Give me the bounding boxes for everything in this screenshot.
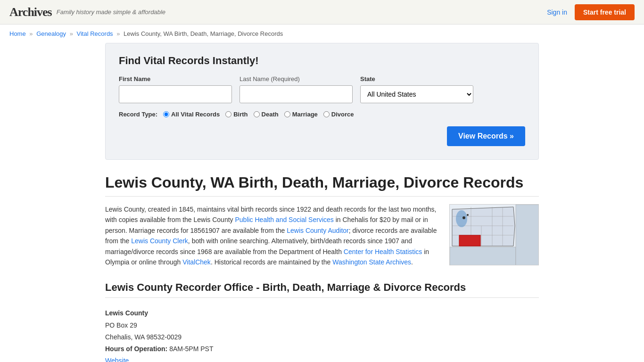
last-name-input[interactable] [239, 85, 353, 103]
hours-value: 8AM-5PM PST [169, 345, 213, 353]
breadcrumb-genealogy[interactable]: Genealogy [36, 30, 66, 37]
main-content: Find Vital Records Instantly! First Name… [96, 43, 548, 362]
breadcrumb-vital-records[interactable]: Vital Records [77, 30, 113, 37]
desc-p1f: . Historical records are maintained by t… [211, 258, 332, 266]
search-fields: First Name Last Name (Required) State Al… [119, 75, 525, 103]
hours-label: Hours of Operation: [105, 345, 167, 353]
description-text: Lewis County, created in 1845, maintains… [105, 204, 440, 267]
radio-label-all: All Vital Records [171, 111, 220, 118]
breadcrumb: Home » Genealogy » Vital Records » Lewis… [0, 25, 644, 43]
breadcrumb-sep-1: » [29, 30, 33, 37]
radio-label-death: Death [262, 111, 279, 118]
search-box: Find Vital Records Instantly! First Name… [105, 43, 539, 160]
breadcrumb-sep-2: » [70, 30, 73, 37]
state-label: State [360, 75, 473, 82]
state-select[interactable]: All United StatesAlabamaAlaskaArizonaArk… [360, 85, 473, 103]
radio-label-birth: Birth [233, 111, 248, 118]
map-svg [449, 204, 539, 265]
link-wa-archives[interactable]: Washington State Archives [332, 258, 411, 266]
office-name: Lewis County [105, 309, 148, 317]
radio-option-marriage[interactable]: Marriage [284, 111, 318, 118]
link-health-stats[interactable]: Center for Health Statistics [344, 248, 422, 255]
radio-option-birth[interactable]: Birth [225, 111, 248, 118]
signin-link[interactable]: Sign in [547, 8, 567, 16]
search-title: Find Vital Records Instantly! [119, 55, 525, 67]
first-name-label: First Name [119, 75, 232, 82]
site-logo: Archives [9, 5, 52, 19]
radio-death[interactable] [254, 111, 260, 117]
radio-birth[interactable] [225, 111, 231, 117]
svg-point-12 [462, 216, 465, 219]
radio-divorce[interactable] [323, 111, 330, 117]
map-container [449, 204, 539, 267]
svg-rect-1 [450, 247, 516, 265]
radio-marriage[interactable] [284, 111, 290, 117]
view-records-button[interactable]: View Records » [447, 126, 525, 146]
first-name-input[interactable] [119, 85, 232, 103]
radio-label-marriage: Marriage [292, 111, 318, 118]
header-left: Archives Family history made simple & af… [9, 5, 165, 19]
radio-option-all[interactable]: All Vital Records [163, 111, 220, 118]
desc-p1g: . [411, 258, 413, 266]
description-section: Lewis County, created in 1845, maintains… [105, 204, 539, 267]
website-link[interactable]: Website [105, 357, 129, 362]
last-name-group: Last Name (Required) [239, 75, 353, 103]
radio-option-divorce[interactable]: Divorce [323, 111, 354, 118]
svg-point-11 [456, 210, 467, 227]
start-trial-button[interactable]: Start free trial [575, 4, 635, 20]
radio-all[interactable] [163, 111, 169, 117]
svg-point-13 [467, 214, 469, 216]
search-bottom: View Records » [119, 126, 525, 146]
state-group: State All United StatesAlabamaAlaskaAriz… [360, 75, 473, 103]
breadcrumb-current: Lewis County, WA Birth, Death, Marriage,… [124, 30, 283, 37]
city-state-zip: Chehalis, WA 98532-0029 [105, 331, 539, 343]
page-title: Lewis County, WA Birth, Death, Marriage,… [105, 174, 539, 197]
breadcrumb-sep-3: » [116, 30, 120, 37]
address-block: Lewis County PO Box 29 Chehalis, WA 9853… [105, 307, 539, 362]
last-name-label: Last Name (Required) [239, 75, 353, 82]
link-public-health[interactable]: Public Health and Social Services [235, 216, 333, 223]
svg-rect-10 [459, 235, 480, 246]
first-name-group: First Name [119, 75, 232, 103]
site-header: Archives Family history made simple & af… [0, 0, 644, 25]
site-tagline: Family history made simple & affordable [57, 8, 165, 16]
link-county-auditor[interactable]: Lewis County Auditor [287, 227, 349, 234]
breadcrumb-home[interactable]: Home [9, 30, 26, 37]
radio-label-divorce: Divorce [331, 111, 354, 118]
link-vitalchek[interactable]: VitalChek [182, 258, 211, 266]
header-right: Sign in Start free trial [547, 4, 635, 20]
radio-option-death[interactable]: Death [254, 111, 279, 118]
po-box: PO Box 29 [105, 320, 539, 331]
recorder-section: Lewis County Recorder Office - Birth, De… [105, 281, 539, 362]
recorder-title: Lewis County Recorder Office - Birth, De… [105, 281, 539, 298]
link-county-clerk[interactable]: Lewis County Clerk [131, 237, 188, 245]
svg-rect-2 [516, 205, 539, 265]
record-type-label: Record Type: [119, 111, 157, 118]
record-type-row: Record Type: All Vital RecordsBirthDeath… [119, 111, 525, 118]
